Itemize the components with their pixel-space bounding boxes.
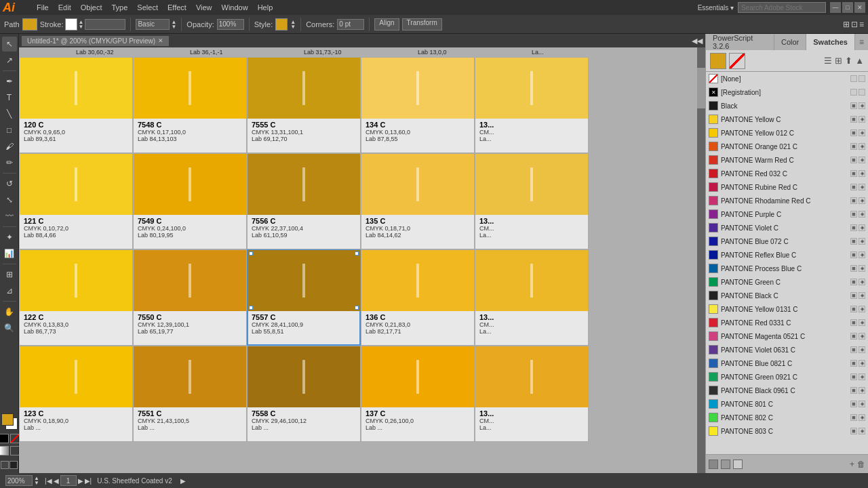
swatch-row-8[interactable]: PANTONE Rubine Red C◼◆ — [706, 180, 868, 194]
delete-swatch-icon[interactable]: 🗑 — [857, 460, 865, 469]
color-cell-c7550[interactable]: 7550 CCMYK 12,39,100,1Lab 65,19,77 — [133, 249, 247, 346]
color-cell-c134[interactable]: 134 CCMYK 0,13,60,0Lab 87,8,55 — [361, 57, 475, 153]
menu-view[interactable]: View — [192, 2, 216, 13]
stroke-arrows[interactable]: ▲ ▼ — [79, 20, 84, 29]
swatch-row-20[interactable]: PANTONE Violet 0631 C◼◆ — [706, 343, 868, 357]
color-cell-c7555[interactable]: 7555 CCMYK 13,31,100,1Lab 69,12,70 — [247, 57, 361, 153]
direct-select-tool[interactable]: ↗ — [2, 53, 17, 68]
color-cell-c7551[interactable]: 7551 CCMYK 21,43,100,5Lab ... — [133, 346, 247, 442]
document-tab[interactable]: Untitled-1* @ 200% (CMYK/GPU Preview) ✕ — [22, 36, 169, 46]
panel-fill-swatch[interactable] — [710, 53, 726, 69]
menu-window[interactable]: Window — [218, 2, 252, 13]
prev-page-button[interactable]: ◀ — [54, 477, 59, 485]
color-cell-c120[interactable]: 120 CCMYK 0,9,65,0Lab 89,3,61 — [19, 57, 133, 153]
tab-color[interactable]: Color — [774, 34, 806, 50]
symbol-tool[interactable]: ✦ — [2, 230, 17, 245]
grid-view-icon[interactable]: ⊞ — [835, 56, 842, 66]
zoom-arrows[interactable]: ▲ ▼ — [34, 476, 39, 485]
panel-bottom-swatch2[interactable] — [721, 460, 730, 469]
swatch-row-7[interactable]: PANTONE Red 032 C◼◆ — [706, 167, 868, 180]
swatch-row-11[interactable]: PANTONE Violet C◼◆ — [706, 221, 868, 235]
black-swatch[interactable] — [0, 434, 9, 443]
align-button[interactable]: Align — [374, 18, 399, 30]
transform2-icon[interactable]: ⊡ — [851, 20, 858, 29]
pen-tool[interactable]: ✒ — [2, 74, 17, 89]
zoom-down-arrow[interactable]: ▼ — [34, 481, 39, 485]
color-cell-c7558[interactable]: 7558 CCMYK 29,46,100,12Lab ... — [247, 346, 361, 442]
basic-input[interactable] — [136, 19, 170, 30]
swatch-row-10[interactable]: PANTONE Purple C◼◆ — [706, 207, 868, 221]
swatch-row-19[interactable]: PANTONE Magenta 0521 C◼◆ — [706, 329, 868, 343]
color-cell-c123[interactable]: 123 CCMYK 0,18,90,0Lab ... — [19, 346, 133, 442]
rotate-tool[interactable]: ↺ — [2, 176, 17, 191]
minimize-button[interactable]: — — [830, 2, 841, 13]
scale-tool[interactable]: ⤡ — [2, 192, 17, 207]
page-input[interactable] — [60, 475, 77, 486]
color-cell-c7556[interactable]: 7556 CCMYK 22,37,100,4Lab 61,10,59 — [247, 153, 361, 249]
line-tool[interactable]: ╲ — [2, 106, 17, 121]
color-cell-c13x[interactable]: 13...CM...La... — [475, 57, 589, 153]
pattern-swatch[interactable] — [10, 446, 20, 455]
fg-swatch[interactable] — [1, 413, 14, 426]
color-cell-c137b[interactable]: 13...CM...La... — [475, 346, 589, 442]
swatch-row-14[interactable]: PANTONE Process Blue C◼◆ — [706, 262, 868, 275]
basic-down[interactable]: ▼ — [171, 24, 176, 29]
none-swatch[interactable] — [10, 434, 20, 443]
color-cell-c136[interactable]: 136 CCMYK 0,21,83,0Lab 82,17,71 — [361, 249, 475, 346]
artboard-tool[interactable]: ⊞ — [2, 267, 17, 282]
slice-tool[interactable]: ⊿ — [2, 283, 17, 298]
swatch-row-3[interactable]: PANTONE Yellow C◼◆ — [706, 113, 868, 126]
swatch-row-17[interactable]: PANTONE Yellow 0131 C◼◆ — [706, 302, 868, 316]
swatch-row-18[interactable]: PANTONE Red 0331 C◼◆ — [706, 316, 868, 329]
stroke-swatch[interactable] — [65, 18, 77, 30]
swatch-row-9[interactable]: PANTONE Rhodamine Red C◼◆ — [706, 194, 868, 207]
scrollbar-thumb[interactable] — [697, 68, 705, 108]
basic-arrows[interactable]: ▲ ▼ — [171, 20, 176, 29]
tab-close-button[interactable]: ✕ — [158, 37, 163, 44]
normal-mode[interactable] — [1, 461, 9, 469]
swatch-row-21[interactable]: PANTONE Blue 0821 C◼◆ — [706, 357, 868, 370]
opacity-input[interactable] — [217, 19, 244, 30]
paintbrush-tool[interactable]: 🖌 — [2, 139, 17, 154]
stroke-input[interactable] — [85, 19, 125, 30]
stroke-down-arrow[interactable]: ▼ — [79, 24, 84, 29]
panel-menu-icon[interactable]: ≡ — [855, 34, 868, 50]
panel-options-icon[interactable]: ⬆ — [845, 56, 852, 66]
swatch-row-26[interactable]: PANTONE 803 C◼◆ — [706, 424, 868, 438]
swatch-row-5[interactable]: PANTONE Orange 021 C◼◆ — [706, 140, 868, 153]
swatches-canvas[interactable]: Lab 30,60,-32 Lab 36,-1,-1 Lab 31,73,-10… — [19, 47, 705, 473]
swatch-row-12[interactable]: PANTONE Blue 072 C◼◆ — [706, 235, 868, 248]
gradient-swatch[interactable] — [0, 446, 9, 455]
last-page-button[interactable]: ▶| — [85, 477, 92, 485]
swatch-row-2[interactable]: Black◼◆ — [706, 99, 868, 113]
swatches-list[interactable]: [None]✕[Registration]Black◼◆PANTONE Yell… — [706, 72, 868, 454]
color-cell-c137[interactable]: 137 CCMYK 0,26,100,0Lab ... — [361, 346, 475, 442]
first-page-button[interactable]: |◀ — [45, 477, 52, 485]
fg-bg-swatch[interactable] — [0, 412, 19, 431]
style-arrows[interactable]: ▲ ▼ — [290, 20, 296, 29]
panel-collapse-icon[interactable]: ▲ — [855, 56, 864, 66]
panel-toggle-icon[interactable]: ◀◀ — [692, 37, 703, 45]
color-cell-c135b[interactable]: 13...CM...La... — [475, 153, 589, 249]
swatch-row-23[interactable]: PANTONE Black 0961 C◼◆ — [706, 384, 868, 397]
list-view-icon[interactable]: ☰ — [824, 56, 832, 66]
tab-powerscript[interactable]: PowerScript 3.2.6 — [706, 34, 774, 50]
hand-tool[interactable]: ✋ — [2, 304, 17, 319]
swatch-row-6[interactable]: PANTONE Warm Red C◼◆ — [706, 153, 868, 167]
type-tool[interactable]: T — [2, 90, 17, 105]
menu-help[interactable]: Help — [254, 2, 277, 13]
pencil-tool[interactable]: ✏ — [2, 155, 17, 170]
corners-input[interactable] — [337, 19, 364, 30]
swatch-row-25[interactable]: PANTONE 802 C◼◆ — [706, 411, 868, 424]
panel-none-swatch[interactable] — [729, 53, 745, 69]
zoom-input[interactable] — [5, 475, 33, 486]
tab-swatches[interactable]: Swatches — [806, 34, 855, 50]
canvas-scrollbar[interactable] — [697, 47, 705, 473]
menu-type[interactable]: Type — [108, 2, 132, 13]
swatch-row-15[interactable]: PANTONE Green C◼◆ — [706, 275, 868, 289]
stock-search[interactable] — [738, 2, 826, 13]
warp-tool[interactable]: 〰 — [2, 209, 17, 224]
style-swatch[interactable] — [275, 18, 288, 30]
new-swatch-icon[interactable]: + — [850, 460, 854, 469]
fill-swatch[interactable] — [22, 18, 37, 30]
